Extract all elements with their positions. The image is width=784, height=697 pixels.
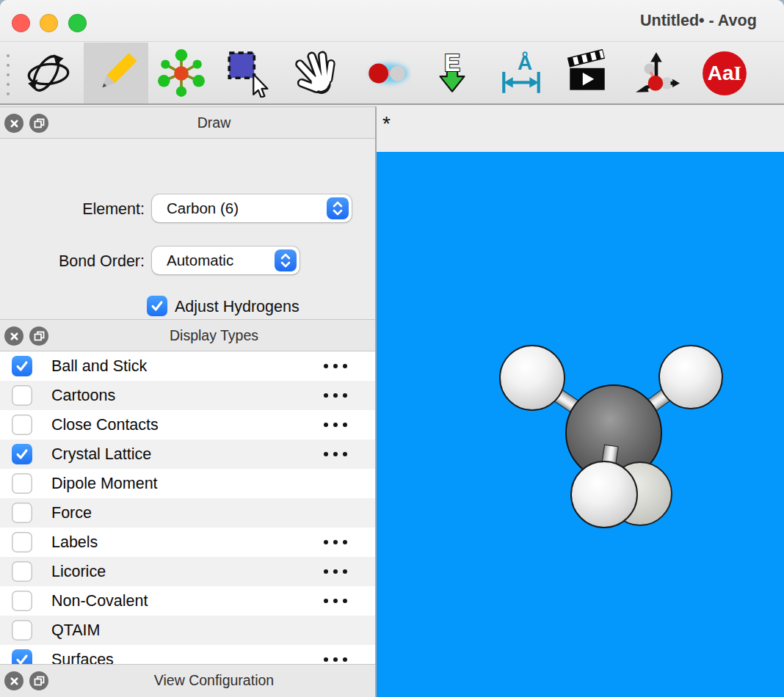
display-types-close-button[interactable] bbox=[4, 326, 23, 346]
selection-square-icon bbox=[223, 49, 272, 98]
tool-bond-centric-button[interactable] bbox=[355, 43, 419, 103]
tool-auto-optimize-button[interactable]: E bbox=[420, 43, 484, 103]
display-type-row[interactable]: Non-Covalent bbox=[0, 586, 375, 616]
draw-panel-title: Draw bbox=[53, 107, 375, 138]
display-type-checkbox[interactable] bbox=[12, 356, 32, 376]
display-type-row[interactable]: Ball and Stick bbox=[0, 351, 375, 381]
bond-order-dropdown[interactable]: Automatic bbox=[152, 247, 300, 274]
display-types-panel-header: Display Types bbox=[0, 319, 375, 351]
display-type-label: Labels bbox=[51, 528, 98, 557]
display-type-row[interactable]: Crystal Lattice bbox=[0, 439, 375, 469]
label-badge-icon: AaI bbox=[700, 49, 749, 98]
axes-icon bbox=[633, 49, 681, 98]
bond-atoms-icon bbox=[363, 49, 411, 98]
options-ellipsis-button[interactable] bbox=[319, 657, 347, 662]
display-type-label: Licorice bbox=[51, 557, 106, 586]
options-ellipsis-button[interactable] bbox=[319, 452, 347, 456]
display-type-checkbox[interactable] bbox=[12, 532, 32, 552]
draw-panel-header: Draw bbox=[0, 106, 375, 139]
atom-h[interactable] bbox=[658, 345, 723, 409]
dropdown-stepper-icon bbox=[327, 197, 349, 219]
draw-panel-float-button[interactable] bbox=[29, 114, 48, 133]
display-type-label: QTAIM bbox=[51, 616, 100, 645]
clapperboard-icon bbox=[563, 49, 611, 98]
display-type-checkbox[interactable] bbox=[12, 503, 32, 523]
display-types-float-button[interactable] bbox=[29, 326, 48, 346]
display-type-checkbox[interactable] bbox=[12, 444, 32, 464]
atom-h[interactable] bbox=[499, 345, 565, 411]
traffic-light-zoom-button[interactable] bbox=[68, 14, 87, 32]
element-dropdown[interactable]: Carbon (6) bbox=[152, 194, 352, 222]
adjust-hydrogens-label: Adjust Hydrogens bbox=[175, 298, 300, 316]
toolbar: E Å bbox=[0, 43, 784, 105]
display-type-row[interactable]: Close Contacts bbox=[0, 410, 375, 439]
main-area: Draw Element: Carbon (6) Bond Order: Aut… bbox=[0, 106, 784, 697]
view-configuration-panel-title: View Configuration bbox=[53, 665, 375, 696]
traffic-light-minimize-button[interactable] bbox=[40, 14, 58, 32]
display-types-list: Ball and Stick Cartoons Close Contacts C… bbox=[0, 351, 375, 664]
bond-order-label: Bond Order: bbox=[27, 252, 145, 271]
view-configuration-close-button[interactable] bbox=[4, 671, 23, 690]
options-ellipsis-button[interactable] bbox=[319, 599, 347, 603]
adjust-hydrogens-checkbox[interactable] bbox=[147, 296, 167, 316]
options-ellipsis-button[interactable] bbox=[319, 569, 347, 574]
close-icon bbox=[10, 119, 19, 128]
document-tab-bar: * bbox=[377, 106, 784, 152]
display-type-checkbox[interactable] bbox=[12, 620, 32, 641]
display-type-checkbox[interactable] bbox=[12, 591, 32, 611]
options-ellipsis-button[interactable] bbox=[319, 393, 347, 398]
display-type-row[interactable]: Cartoons bbox=[0, 381, 375, 410]
window-title: Untitled• - Avog bbox=[640, 12, 784, 30]
view-configuration-float-button[interactable] bbox=[29, 671, 48, 690]
display-type-label: Crystal Lattice bbox=[51, 439, 151, 469]
display-type-row[interactable]: Dipole Moment bbox=[0, 469, 375, 498]
options-ellipsis-button[interactable] bbox=[319, 423, 347, 427]
tool-align-button[interactable] bbox=[625, 43, 689, 103]
element-label: Element: bbox=[27, 200, 145, 219]
display-type-row[interactable]: Force bbox=[0, 498, 375, 528]
display-type-row[interactable]: Labels bbox=[0, 528, 375, 557]
display-type-row[interactable]: Surfaces bbox=[0, 645, 375, 664]
display-type-row[interactable]: QTAIM bbox=[0, 616, 375, 645]
sidebar: Draw Element: Carbon (6) Bond Order: Aut… bbox=[0, 106, 375, 697]
display-type-label: Cartoons bbox=[51, 381, 115, 410]
checkmark-icon bbox=[149, 298, 165, 314]
draw-panel-close-button[interactable] bbox=[4, 114, 23, 133]
display-type-label: Force bbox=[51, 498, 92, 528]
viewport: * bbox=[377, 106, 784, 697]
molecule-canvas[interactable] bbox=[377, 152, 784, 697]
svg-text:AaI: AaI bbox=[708, 62, 741, 84]
display-type-label: Dipole Moment bbox=[51, 469, 158, 498]
display-type-checkbox[interactable] bbox=[12, 473, 32, 494]
traffic-light-close-button[interactable] bbox=[12, 14, 30, 32]
atom-h[interactable] bbox=[570, 461, 638, 528]
toolbar-grip-handle[interactable] bbox=[7, 54, 11, 95]
tool-measure-button[interactable]: Å bbox=[489, 43, 553, 103]
display-type-label: Surfaces bbox=[51, 645, 114, 664]
options-ellipsis-button[interactable] bbox=[319, 540, 347, 544]
tool-manipulate-button[interactable] bbox=[283, 43, 348, 103]
angstrom-measure-icon: Å bbox=[497, 49, 545, 98]
float-window-icon bbox=[34, 118, 45, 128]
display-type-row[interactable]: Licorice bbox=[0, 557, 375, 586]
hand-icon bbox=[291, 49, 340, 98]
options-ellipsis-button[interactable] bbox=[319, 364, 347, 368]
angstrom-letter: Å bbox=[518, 51, 532, 73]
display-type-label: Close Contacts bbox=[51, 410, 159, 439]
tool-template-button[interactable] bbox=[149, 43, 214, 103]
tool-navigate-button[interactable] bbox=[16, 43, 81, 103]
display-type-label: Ball and Stick bbox=[51, 351, 147, 381]
display-type-checkbox[interactable] bbox=[12, 415, 32, 435]
energy-letter: E bbox=[444, 49, 460, 76]
display-types-panel-title: Display Types bbox=[53, 320, 375, 351]
tool-select-button[interactable] bbox=[215, 43, 280, 103]
bond-order-dropdown-value: Automatic bbox=[167, 247, 233, 274]
display-type-label: Non-Covalent bbox=[51, 586, 148, 616]
tool-label-button[interactable]: AaI bbox=[692, 43, 757, 103]
tool-draw-button[interactable] bbox=[84, 43, 148, 103]
display-type-checkbox[interactable] bbox=[12, 649, 32, 664]
display-type-checkbox[interactable] bbox=[12, 561, 32, 582]
tool-animation-button[interactable] bbox=[555, 43, 620, 103]
checkmark-icon bbox=[14, 652, 30, 664]
display-type-checkbox[interactable] bbox=[12, 385, 32, 406]
